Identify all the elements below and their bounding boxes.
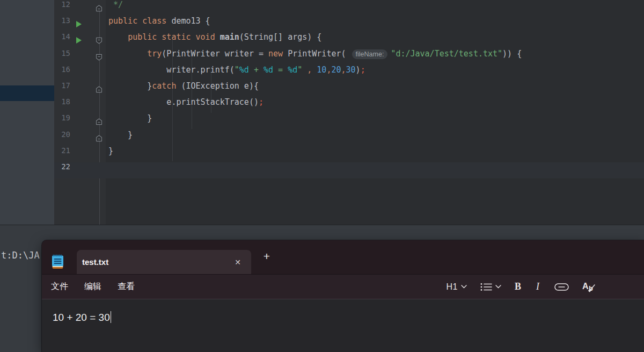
bold-button[interactable]: B [515,281,521,292]
line-number: 12 [54,0,70,16]
chevron-down-icon [495,285,501,289]
code-line-12[interactable]: 12 */ [54,0,644,16]
fold-marker-icon[interactable] [96,53,103,63]
chevron-down-icon [461,285,467,289]
code-text: */ [108,0,123,16]
code-text: } [108,113,152,130]
fold-marker-icon[interactable] [96,4,103,14]
line-number: 21 [54,146,70,162]
line-number: 14 [54,32,70,48]
screen: 12 */13public class demo13 {14 public st… [0,0,644,352]
code-text: public static void main(String[] args) { [108,32,321,48]
line-number: 16 [54,65,70,81]
notepad-window: test.txt ✕ + 文件 编辑 查看 H1 [42,240,644,352]
text-caret [111,311,112,323]
code-line-15[interactable]: 15 try(PrintWriter writer = new PrintWri… [54,49,644,65]
notepad-tab-test-txt[interactable]: test.txt ✕ [77,250,251,274]
fold-marker-icon[interactable] [96,134,103,144]
menu-file[interactable]: 文件 [51,281,68,292]
clear-formatting-button[interactable]: A b [582,281,597,293]
code-editor[interactable]: 12 */13public class demo13 {14 public st… [54,0,644,225]
code-text: }catch (IOException e){ [108,81,259,97]
ide-left-panel[interactable] [0,0,54,225]
code-line-14[interactable]: 14 public static void main(String[] args… [54,32,644,48]
link-button[interactable] [554,283,569,291]
list-dropdown[interactable] [480,283,501,291]
notepad-titlebar[interactable]: test.txt ✕ + [42,240,644,274]
heading-label: H1 [447,282,458,292]
document-text: 10 + 20 = 30 [53,311,111,324]
code-text: } [108,146,113,162]
bulleted-list-icon [480,283,492,291]
code-line-18[interactable]: 18 e.printStackTrace(); [54,97,644,113]
tab-title: test.txt [82,250,108,274]
line-number: 22 [54,162,70,178]
code-line-19[interactable]: 19 } [54,113,644,130]
notepad-text-area[interactable]: 10 + 20 = 30 [42,299,644,352]
code-text: public class demo13 { [108,16,210,32]
fold-marker-icon[interactable] [96,37,103,46]
new-tab-button[interactable]: + [259,249,275,265]
code-line-22[interactable]: 22 [54,162,644,178]
line-number: 15 [54,49,70,65]
notepad-menubar: 文件 编辑 查看 H1 [42,274,644,299]
code-text: } [108,130,133,146]
link-icon [554,283,569,291]
line-number: 20 [54,130,70,146]
run-button-icon[interactable] [76,21,82,27]
line-number: 18 [54,97,70,113]
ide-left-panel-selected-row[interactable] [0,85,54,101]
menu-view[interactable]: 查看 [118,281,135,292]
fold-marker-icon[interactable] [96,85,103,95]
italic-button[interactable]: I [535,281,541,292]
fold-marker-icon[interactable] [96,118,103,127]
code-text: try(PrintWriter writer = new PrintWriter… [108,49,522,65]
code-line-17[interactable]: 17 }catch (IOException e){ [54,81,644,97]
line-number: 17 [54,81,70,97]
tab-close-icon[interactable]: ✕ [232,256,244,268]
heading-dropdown[interactable]: H1 [447,282,467,292]
console-output: t:D:\JA [1,250,40,261]
code-line-20[interactable]: 20 } [54,130,644,146]
menu-edit[interactable]: 编辑 [84,281,101,292]
line-number: 13 [54,16,70,32]
code-line-21[interactable]: 21} [54,146,644,162]
clear-formatting-slash-icon [582,281,597,293]
code-text: e.printStackTrace(); [108,97,264,113]
code-line-13[interactable]: 13public class demo13 { [54,16,644,32]
notepad-app-icon [52,254,64,271]
line-number: 19 [54,113,70,130]
code-line-16[interactable]: 16 writer.printf("%d + %d = %d" , 10,20,… [54,65,644,81]
inlay-hint-pill: fileName: [352,49,388,59]
code-text: writer.printf("%d + %d = %d" , 10,20,30)… [108,65,365,81]
run-button-icon[interactable] [76,37,82,44]
